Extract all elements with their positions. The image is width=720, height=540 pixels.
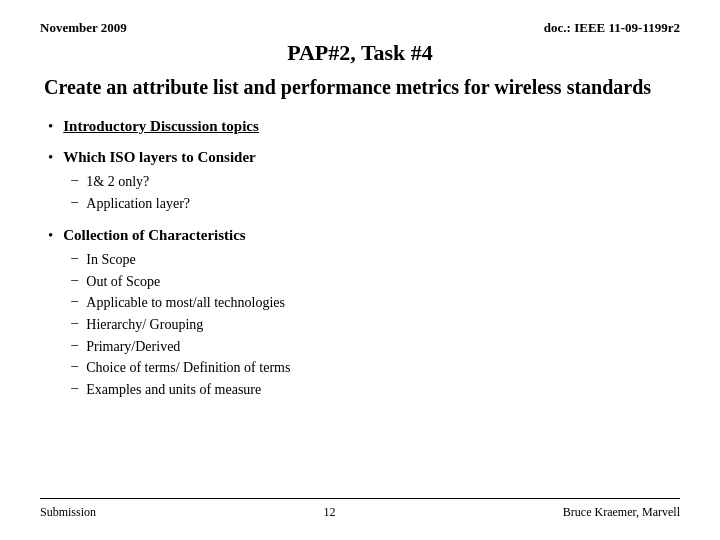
sub-item-3-7: – Examples and units of measure xyxy=(71,380,290,400)
sub-text-2-1: 1& 2 only? xyxy=(86,172,149,192)
sub-dash-2-1: – xyxy=(71,172,78,188)
footer-author: Bruce Kraemer, Marvell xyxy=(563,505,680,520)
header-doc: doc.: IEEE 11-09-1199r2 xyxy=(544,20,680,36)
sub-text-3-3: Applicable to most/all technologies xyxy=(86,293,285,313)
bullet-text-3: Collection of Characteristics xyxy=(63,227,245,243)
sub-dash-2-2: – xyxy=(71,194,78,210)
footer-submission: Submission xyxy=(40,505,96,520)
bullet-item-2: • Which ISO layers to Consider – 1& 2 on… xyxy=(48,147,680,215)
content-area: • Introductory Discussion topics • Which… xyxy=(40,116,680,490)
sub-text-3-6: Choice of terms/ Definition of terms xyxy=(86,358,290,378)
sub-item-2-1: – 1& 2 only? xyxy=(71,172,256,192)
sub-text-3-5: Primary/Derived xyxy=(86,337,180,357)
sub-item-3-4: – Hierarchy/ Grouping xyxy=(71,315,290,335)
sub-items-2: – 1& 2 only? – Application layer? xyxy=(63,172,256,213)
sub-item-3-5: – Primary/Derived xyxy=(71,337,290,357)
sub-item-3-6: – Choice of terms/ Definition of terms xyxy=(71,358,290,378)
bullet-item-1: • Introductory Discussion topics xyxy=(48,116,680,137)
sub-item-3-2: – Out of Scope xyxy=(71,272,290,292)
bullet-text-1: Introductory Discussion topics xyxy=(63,118,259,134)
sub-text-3-2: Out of Scope xyxy=(86,272,160,292)
sub-item-3-1: – In Scope xyxy=(71,250,290,270)
bullet-dot-1: • xyxy=(48,118,53,135)
sub-items-3: – In Scope – Out of Scope – Applicable t… xyxy=(63,250,290,399)
sub-dash-3-3: – xyxy=(71,293,78,309)
sub-dash-3-6: – xyxy=(71,358,78,374)
sub-dash-3-5: – xyxy=(71,337,78,353)
sub-item-3-3: – Applicable to most/all technologies xyxy=(71,293,290,313)
sub-text-2-2: Application layer? xyxy=(86,194,190,214)
sub-dash-3-1: – xyxy=(71,250,78,266)
footer: Submission 12 Bruce Kraemer, Marvell xyxy=(40,498,680,520)
sub-dash-3-2: – xyxy=(71,272,78,288)
sub-text-3-4: Hierarchy/ Grouping xyxy=(86,315,203,335)
bullet-dot-2: • xyxy=(48,149,53,166)
slide-subtitle: Create an attribute list and performance… xyxy=(40,74,680,100)
header: November 2009 doc.: IEEE 11-09-1199r2 xyxy=(40,20,680,36)
bullet-item-3: • Collection of Characteristics – In Sco… xyxy=(48,225,680,401)
footer-page: 12 xyxy=(323,505,335,520)
sub-item-2-2: – Application layer? xyxy=(71,194,256,214)
slide-title: PAP#2, Task #4 xyxy=(40,40,680,66)
bullet-text-2: Which ISO layers to Consider xyxy=(63,149,256,165)
sub-dash-3-4: – xyxy=(71,315,78,331)
sub-dash-3-7: – xyxy=(71,380,78,396)
slide: November 2009 doc.: IEEE 11-09-1199r2 PA… xyxy=(0,0,720,540)
sub-text-3-7: Examples and units of measure xyxy=(86,380,261,400)
bullet-dot-3: • xyxy=(48,227,53,244)
sub-text-3-1: In Scope xyxy=(86,250,135,270)
header-date: November 2009 xyxy=(40,20,127,36)
